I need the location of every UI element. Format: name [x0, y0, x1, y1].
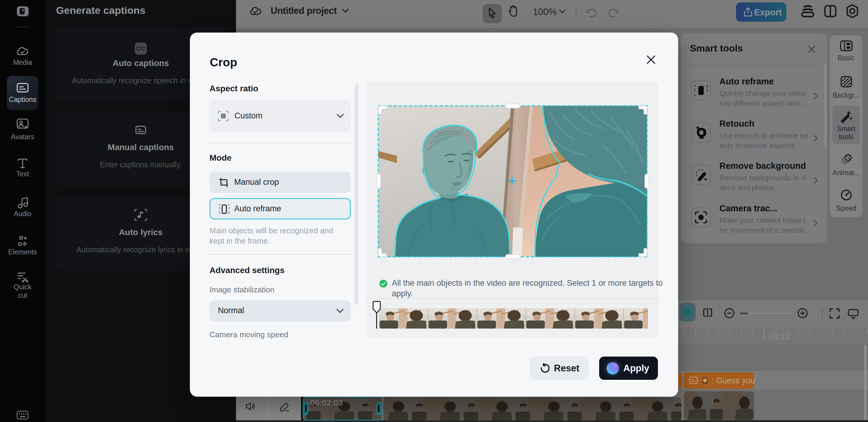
svg-text:00:12: 00:12: [769, 332, 789, 341]
